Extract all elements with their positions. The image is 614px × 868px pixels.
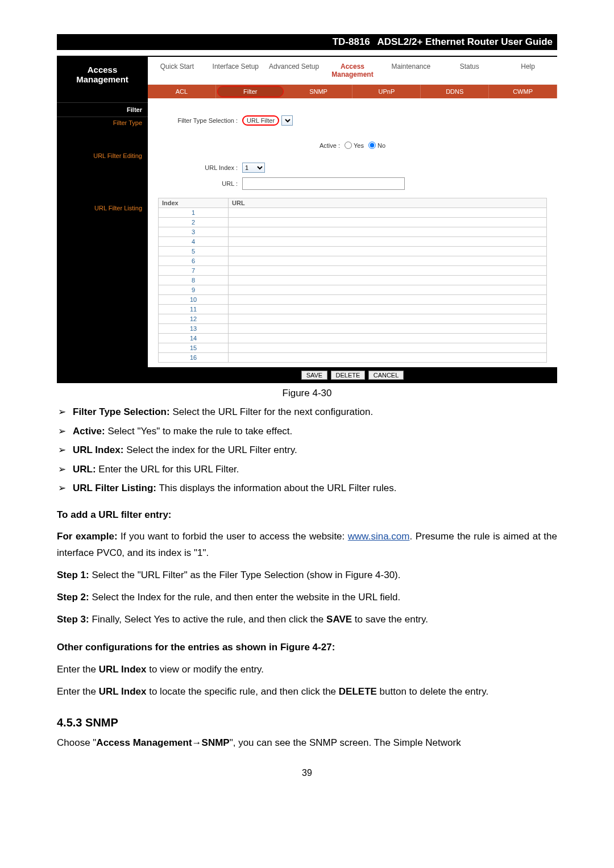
active-yes-radio[interactable] [345,142,352,149]
table-cell-url [229,305,547,314]
top-nav-secondary: ACL Filter SNMP UPnP DDNS CWMP [148,85,557,98]
url-input[interactable] [242,177,405,190]
subnav-acl[interactable]: ACL [148,85,216,98]
table-cell-index: 10 [159,295,229,305]
table-row: 9 [159,285,547,295]
table-row: 10 [159,295,547,305]
table-cell-index: 6 [159,256,229,266]
table-cell-url [229,276,547,285]
bullet-item: Filter Type Selection: Select the URL Fi… [73,405,557,420]
table-cell-index: 1 [159,208,229,218]
table-cell-index: 4 [159,237,229,247]
table-row: 8 [159,276,547,285]
active-no-radio[interactable] [368,142,376,149]
save-button[interactable]: SAVE [301,371,328,380]
table-cell-index: 3 [159,227,229,237]
nav-help[interactable]: Help [499,57,557,84]
table-cell-url [229,256,547,266]
active-no-text: No [377,142,385,149]
step-1: Step 1: Select the "URL Filter" as the F… [57,567,557,584]
cancel-button[interactable]: CANCEL [368,371,404,380]
url-filter-table: Index URL 12345678910111213141516 [158,198,547,363]
table-cell-url [229,334,547,343]
table-cell-index: 13 [159,324,229,334]
bullet-item: URL Filter Listing: This displays the in… [73,481,557,496]
filter-type-select[interactable] [281,115,293,126]
table-cell-index: 7 [159,266,229,276]
subnav-filter[interactable]: Filter [217,86,284,97]
table-cell-index: 11 [159,305,229,314]
nav-quick-start[interactable]: Quick Start [148,57,206,84]
table-row: 3 [159,227,547,237]
table-cell-url [229,353,547,363]
url-label: URL : [158,180,242,187]
bullet-item: URL: Enter the URL for this URL Filter. [73,462,557,477]
table-row: 2 [159,218,547,227]
add-entry-heading: To add a URL filter entry: [57,507,557,524]
snmp-paragraph: Choose "Access Management→SNMP", you can… [57,735,557,751]
subnav-cwmp[interactable]: CWMP [489,85,557,98]
table-cell-url [229,208,547,218]
table-cell-index: 9 [159,285,229,295]
table-cell-index: 5 [159,247,229,256]
table-cell-url [229,285,547,295]
sidebar-label-filter-type: Filter Type [57,117,148,130]
table-cell-url [229,247,547,256]
table-row: 11 [159,305,547,314]
bullet-item: URL Index: Select the index for the URL … [73,443,557,458]
col-index: Index [159,198,229,208]
table-row: 14 [159,334,547,343]
nav-maintenance[interactable]: Maintenance [381,57,440,84]
button-bar: SAVE DELETE CANCEL [148,367,557,383]
delete-button[interactable]: DELETE [331,371,366,380]
filter-type-selection-label: Filter Type Selection : [158,117,242,124]
table-row: 5 [159,247,547,256]
subnav-snmp[interactable]: SNMP [285,85,353,98]
filter-type-highlight: URL Filter [242,115,279,126]
table-row: 12 [159,314,547,324]
table-cell-index: 16 [159,353,229,363]
subnav-upnp[interactable]: UPnP [352,85,421,98]
table-row: 6 [159,256,547,266]
sidebar-label-url-filter-listing: URL Filter Listing [57,202,148,215]
nav-access-management[interactable]: Access Management [323,57,382,84]
step-3: Step 3: Finally, Select Yes to active th… [57,612,557,628]
other-line-2: Enter the URL Index to locate the specif… [57,684,557,700]
page-number: 39 [57,768,557,778]
nav-status[interactable]: Status [440,57,499,84]
bullet-list: Filter Type Selection: Select the URL Fi… [57,405,557,496]
table-row: 1 [159,208,547,218]
example-paragraph: For example: If you want to forbid the u… [57,529,557,562]
nav-advanced-setup[interactable]: Advanced Setup [265,57,323,84]
table-cell-url [229,227,547,237]
table-row: 13 [159,324,547,334]
table-row: 16 [159,353,547,363]
step-2: Step 2: Select the Index for the rule, a… [57,589,557,606]
router-screenshot: Access Management Filter Filter Type URL… [57,56,557,383]
url-index-label: URL Index : [158,164,242,171]
sidebar-label-filter: Filter [57,102,148,117]
table-cell-url [229,237,547,247]
table-cell-index: 12 [159,314,229,324]
nav-interface-setup[interactable]: Interface Setup [206,57,265,84]
table-cell-url [229,314,547,324]
snmp-section-heading: 4.5.3 SNMP [57,716,557,729]
page-header: TD-8816 ADSL2/2+ Ethernet Router User Gu… [57,34,557,50]
guide-title: ADSL2/2+ Ethernet Router User Guide [377,36,553,47]
top-nav-primary: Quick Start Interface Setup Advanced Set… [148,57,557,85]
table-cell-index: 15 [159,343,229,353]
other-config-heading: Other configurations for the entries as … [57,639,557,656]
table-cell-url [229,324,547,334]
sidebar: Access Management Filter Filter Type URL… [57,57,148,383]
subnav-ddns[interactable]: DDNS [421,85,489,98]
table-cell-url [229,295,547,305]
example-link[interactable]: www.sina.com [348,531,410,542]
figure-caption: Figure 4-30 [57,388,557,399]
table-cell-url [229,266,547,276]
table-row: 15 [159,343,547,353]
other-line-1: Enter the URL Index to view or modify th… [57,662,557,678]
table-cell-index: 14 [159,334,229,343]
table-cell-index: 2 [159,218,229,227]
model-number: TD-8816 [333,36,370,47]
url-index-select[interactable]: 1 [242,163,265,173]
